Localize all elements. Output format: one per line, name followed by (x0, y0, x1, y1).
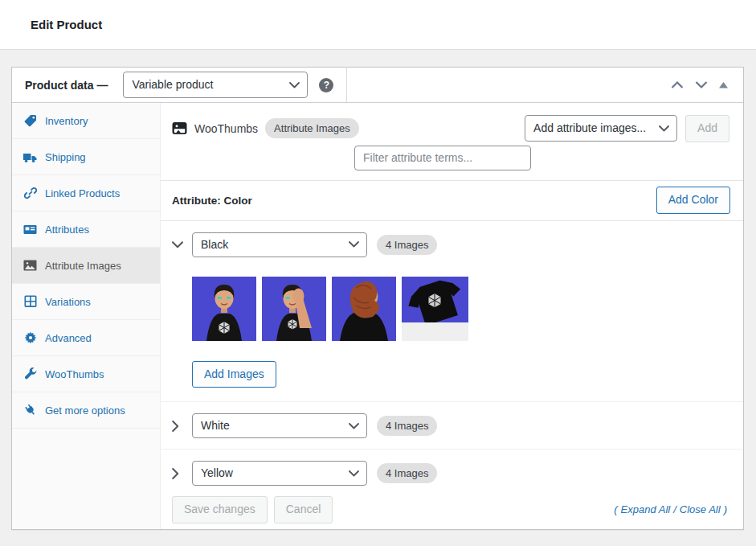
sidebar-item-label: Get more options (45, 404, 125, 417)
cancel-button[interactable]: Cancel (274, 496, 333, 523)
chevron-right-icon (172, 421, 179, 432)
attribute-images-badge: Attribute Images (265, 118, 359, 138)
add-color-button[interactable]: Add Color (656, 187, 730, 214)
add-attribute-images-select-wrap: Add attribute images... (525, 115, 677, 142)
link-icon (23, 187, 37, 199)
expand-all-link[interactable]: Expand All (621, 503, 671, 515)
term-select-white[interactable]: White (192, 413, 367, 438)
term-select-yellow[interactable]: Yellow (192, 461, 367, 486)
sidebar-item-label: Variations (45, 296, 91, 308)
expand-term-button[interactable] (172, 421, 186, 432)
product-data-header: Product data — Variable product ? (12, 68, 743, 103)
sidebar-item-label: Shipping (45, 151, 86, 163)
filter-attribute-terms-input[interactable] (354, 146, 531, 170)
sidebar-item-woothumbs[interactable]: WooThumbs (12, 356, 160, 392)
add-attribute-images-select[interactable]: Add attribute images... (525, 115, 677, 142)
image-icon (23, 260, 37, 271)
product-data-title: Product data — (25, 79, 108, 92)
product-data-panel: Product data — Variable product ? (11, 67, 744, 530)
page-title: Edit Product (31, 18, 102, 31)
chevron-up-icon (671, 81, 684, 88)
sidebar-item-advanced[interactable]: Advanced (12, 320, 160, 356)
sidebar-item-label: Linked Products (45, 187, 120, 199)
woothumbs-logo-icon (172, 121, 187, 135)
sidebar-item-label: Advanced (45, 332, 92, 344)
image-count-badge: 4 Images (377, 463, 437, 483)
paren-open: ( (614, 503, 617, 515)
term-section-white: White 4 Images (161, 402, 743, 450)
sidebar-item-variations[interactable]: Variations (12, 284, 160, 320)
image-count-badge: 4 Images (377, 416, 437, 436)
close-all-link[interactable]: Close All (680, 503, 721, 515)
chevron-down-icon (172, 241, 183, 248)
term-image[interactable] (402, 277, 468, 341)
help-icon[interactable]: ? (319, 78, 333, 92)
attribute-heading-row: Attribute: Color Add Color (161, 181, 743, 221)
paren-close: ) (724, 503, 727, 515)
sidebar-item-shipping[interactable]: Shipping (12, 139, 160, 175)
truck-icon (23, 151, 37, 163)
woothumbs-brand-name: WooThumbs (194, 122, 258, 135)
product-data-body: Inventory Shipping Linked Products Attri… (12, 103, 743, 529)
chevron-right-icon (172, 468, 179, 479)
header-divider (346, 68, 347, 102)
attribute-heading: Attribute: Color (172, 195, 252, 207)
wrench-icon (23, 367, 37, 380)
term-select-black[interactable]: Black (192, 232, 367, 257)
term-image-list (192, 277, 730, 341)
add-button[interactable]: Add (685, 115, 729, 142)
move-down-button[interactable] (693, 80, 709, 90)
collapse-term-button[interactable] (172, 241, 186, 248)
term-image[interactable] (262, 277, 326, 341)
sidebar-item-label: Attribute Images (45, 260, 121, 272)
grid-icon (23, 295, 37, 308)
expand-collapse-links: (Expand All/Close All) (611, 503, 730, 515)
attribute-images-panel: WooThumbs Attribute Images Add attribute… (161, 103, 743, 529)
admin-top-bar: Edit Product (0, 0, 756, 50)
term-select-wrap: Yellow (192, 461, 367, 486)
product-type-select[interactable]: Variable product (123, 72, 308, 98)
tag-icon (23, 114, 37, 127)
card-icon (23, 224, 37, 236)
expand-term-button[interactable] (172, 468, 186, 479)
product-data-tabs: Inventory Shipping Linked Products Attri… (12, 103, 161, 529)
sidebar-item-linked-products[interactable]: Linked Products (12, 175, 160, 211)
sidebar-item-label: Attributes (45, 224, 89, 236)
sidebar-item-attributes[interactable]: Attributes (12, 211, 160, 248)
sidebar-item-inventory[interactable]: Inventory (12, 103, 160, 139)
sidebar-item-get-more-options[interactable]: Get more options (12, 392, 160, 429)
product-type-select-wrap: Variable product (123, 72, 308, 98)
plug-icon (23, 404, 37, 417)
image-count-badge: 4 Images (377, 235, 437, 255)
term-section-black: Black 4 Images (161, 221, 743, 403)
add-images-button[interactable]: Add Images (192, 361, 276, 388)
woothumbs-footer: Save changes Cancel (Expand All/Close Al… (161, 496, 743, 536)
term-select-wrap: White (192, 413, 367, 438)
links-separator: / (673, 503, 676, 515)
thumbnail-filler (402, 322, 468, 341)
chevron-down-icon (695, 81, 708, 88)
sidebar-item-attribute-images[interactable]: Attribute Images (12, 248, 160, 284)
term-section-yellow: Yellow 4 Images (161, 450, 743, 496)
toggle-panel-button[interactable] (717, 80, 729, 90)
triangle-up-icon (719, 82, 728, 88)
gear-icon (23, 331, 37, 344)
move-up-button[interactable] (669, 80, 685, 90)
term-image[interactable] (332, 277, 396, 341)
sidebar-item-label: WooThumbs (45, 368, 104, 380)
sidebar-item-label: Inventory (45, 115, 88, 127)
woothumbs-header: WooThumbs Attribute Images Add attribute… (161, 103, 743, 181)
term-image[interactable] (192, 277, 256, 341)
term-select-wrap: Black (192, 232, 367, 257)
save-changes-button[interactable]: Save changes (172, 496, 268, 523)
woothumbs-brand: WooThumbs Attribute Images (172, 118, 359, 138)
